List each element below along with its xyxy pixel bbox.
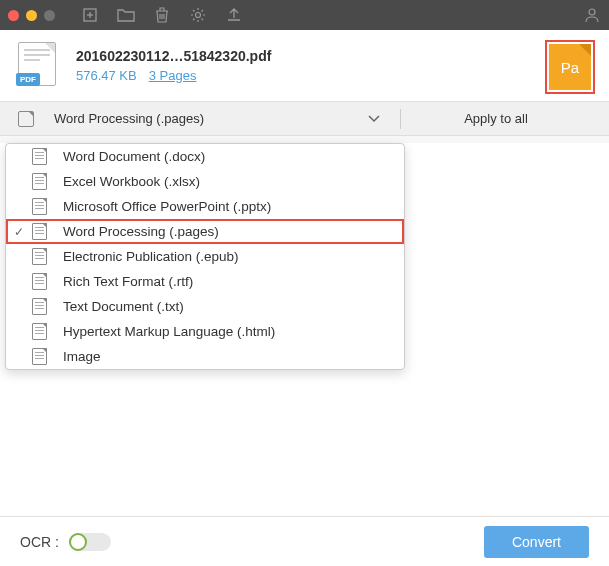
dropdown-item-label: Hypertext Markup Language (.html)	[63, 324, 275, 339]
checkmark-icon: ✓	[14, 225, 24, 239]
file-info-bar: PDF 201602230112…51842320.pdf 576.47 KB …	[0, 30, 609, 102]
format-dropdown-trigger[interactable]: Word Processing (.pages)	[54, 111, 368, 126]
ocr-toggle[interactable]	[69, 533, 111, 551]
dropdown-item[interactable]: Rich Text Format (.rtf)	[6, 269, 404, 294]
minimize-window-button[interactable]	[26, 10, 37, 21]
dropdown-item[interactable]: Image	[6, 344, 404, 369]
upload-icon[interactable]	[225, 6, 243, 24]
file-name: 201602230112…51842320.pdf	[76, 48, 271, 64]
footer-bar: OCR : Convert	[0, 516, 609, 566]
apply-to-all-button[interactable]: Apply to all	[401, 111, 591, 126]
dropdown-item-label: Microsoft Office PowerPoint (.pptx)	[63, 199, 271, 214]
trash-icon[interactable]	[153, 6, 171, 24]
dropdown-item-label: Text Document (.txt)	[63, 299, 184, 314]
pages-format-icon[interactable]: Pa	[549, 44, 591, 90]
user-icon[interactable]	[583, 6, 601, 24]
format-file-icon	[18, 111, 34, 127]
dropdown-item-label: Rich Text Format (.rtf)	[63, 274, 193, 289]
dropdown-item[interactable]: Electronic Publication (.epub)	[6, 244, 404, 269]
file-type-icon	[32, 248, 47, 265]
file-type-icon	[32, 323, 47, 340]
svg-point-3	[196, 13, 201, 18]
file-type-icon	[32, 148, 47, 165]
titlebar	[0, 0, 609, 30]
target-format-icon-highlight: Pa	[545, 40, 595, 94]
pages-icon-label: Pa	[561, 59, 579, 76]
toolbar	[81, 6, 243, 24]
convert-button[interactable]: Convert	[484, 526, 589, 558]
dropdown-item-label: Electronic Publication (.epub)	[63, 249, 239, 264]
add-file-icon[interactable]	[81, 6, 99, 24]
chevron-down-icon[interactable]	[368, 115, 380, 123]
file-details: 201602230112…51842320.pdf 576.47 KB 3 Pa…	[76, 48, 271, 83]
file-type-icon	[32, 298, 47, 315]
dropdown-item[interactable]: Hypertext Markup Language (.html)	[6, 319, 404, 344]
dropdown-item[interactable]: Text Document (.txt)	[6, 294, 404, 319]
dropdown-item-label: Image	[63, 349, 101, 364]
dropdown-item[interactable]: Word Document (.docx)	[6, 144, 404, 169]
file-type-icon	[32, 273, 47, 290]
format-selection-bar: Word Processing (.pages) Apply to all	[0, 102, 609, 136]
file-type-icon	[32, 348, 47, 365]
pdf-badge: PDF	[16, 73, 40, 86]
toggle-knob	[69, 533, 87, 551]
close-window-button[interactable]	[8, 10, 19, 21]
window-controls	[8, 10, 55, 21]
pdf-file-icon: PDF	[18, 42, 60, 90]
folder-icon[interactable]	[117, 6, 135, 24]
dropdown-item-label: Excel Workbook (.xlsx)	[63, 174, 200, 189]
svg-point-4	[589, 9, 595, 15]
dropdown-item[interactable]: Excel Workbook (.xlsx)	[6, 169, 404, 194]
dropdown-item-label: Word Document (.docx)	[63, 149, 205, 164]
ocr-label: OCR :	[20, 534, 59, 550]
dropdown-item-label: Word Processing (.pages)	[63, 224, 219, 239]
maximize-window-button[interactable]	[44, 10, 55, 21]
format-dropdown: Word Document (.docx)Excel Workbook (.xl…	[5, 143, 405, 370]
dropdown-item[interactable]: ✓Word Processing (.pages)	[6, 219, 404, 244]
dropdown-item[interactable]: Microsoft Office PowerPoint (.pptx)	[6, 194, 404, 219]
file-size: 576.47 KB	[76, 68, 137, 83]
file-pages-link[interactable]: 3 Pages	[149, 68, 197, 83]
gear-icon[interactable]	[189, 6, 207, 24]
file-type-icon	[32, 223, 47, 240]
file-type-icon	[32, 173, 47, 190]
file-type-icon	[32, 198, 47, 215]
